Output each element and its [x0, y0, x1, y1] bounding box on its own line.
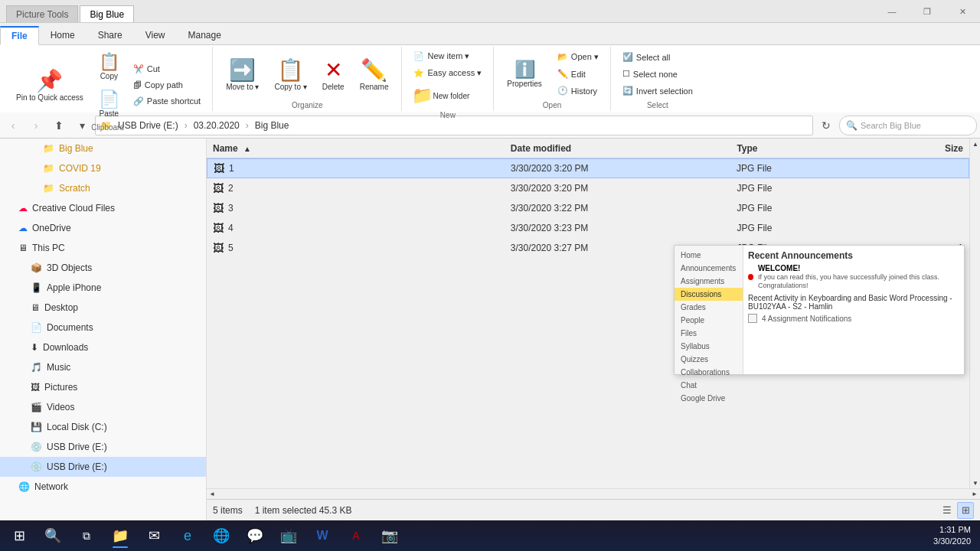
select-all-button[interactable]: ☑️ Select all [617, 50, 676, 65]
file-5-name[interactable]: 🖼 5 [207, 242, 505, 254]
list-view-button[interactable]: ☰ [939, 502, 956, 519]
copy-to-button[interactable]: 📋 Copy to ▾ [268, 51, 314, 98]
sidebar-item-thispc[interactable]: 🖥 This PC [0, 238, 206, 258]
copy-path-button[interactable]: 🗐 Copy path [128, 77, 206, 93]
task-view-button[interactable]: ⧉ [70, 522, 103, 549]
sidebar-item-onedrive[interactable]: ☁ OneDrive [0, 218, 206, 238]
column-type[interactable]: Type [730, 143, 885, 154]
sidebar-item-covid[interactable]: 📁 COVID 19 [0, 158, 206, 178]
popup-chat[interactable]: Chat [675, 379, 743, 392]
acrobat-button[interactable]: A [340, 522, 372, 549]
tab-view[interactable]: View [134, 26, 177, 44]
invert-selection-button[interactable]: 🔄 Invert selection [617, 83, 698, 99]
tv-button[interactable]: 📺 [273, 522, 305, 549]
camera-button[interactable]: 📷 [374, 522, 406, 549]
file-row-4[interactable]: 🖼 4 3/30/2020 3:23 PM JPG File [207, 218, 969, 238]
pin-to-quick-access-button[interactable]: 📌 Pin to Quick access [9, 61, 90, 109]
popup-discussions[interactable]: Discussions [675, 288, 743, 301]
column-date[interactable]: Date modified [505, 143, 731, 154]
popup-grades[interactable]: Grades [675, 301, 743, 314]
popup-announcements[interactable]: Announcements [675, 262, 743, 275]
explorer-button[interactable]: 📁 [104, 522, 136, 549]
sidebar-item-downloads[interactable]: ⬇ Downloads [0, 337, 206, 357]
edge-button[interactable]: e [172, 522, 204, 549]
sidebar-item-usb-e-2[interactable]: 💿 USB Drive (E:) [0, 457, 206, 477]
messenger-button[interactable]: 💬 [239, 522, 271, 549]
details-view-button[interactable]: ⊞ [957, 502, 974, 519]
sidebar-item-pictures[interactable]: 🖼 Pictures [0, 377, 206, 397]
maximize-button[interactable]: ❐ [910, 0, 945, 23]
sidebar-item-scratch[interactable]: 📁 Scratch [0, 178, 206, 198]
cut-button[interactable]: ✂️ Cut [128, 61, 206, 77]
file-4-name[interactable]: 🖼 4 [207, 222, 505, 234]
file-3-name[interactable]: 🖼 3 [207, 202, 505, 214]
popup-collaborations[interactable]: Collaborations [675, 366, 743, 379]
start-button[interactable]: ⊞ [3, 522, 35, 549]
scroll-right-arrow[interactable]: ► [969, 489, 980, 500]
tab-picture-tools[interactable]: Picture Tools [6, 5, 78, 22]
horizontal-scrollbar[interactable]: ◄ ► [207, 488, 980, 499]
file-2-name[interactable]: 🖼 2 [207, 182, 505, 194]
file-row-3[interactable]: 🖼 3 3/30/2020 3:22 PM JPG File [207, 198, 969, 218]
open-button[interactable]: 📂 Open ▾ [552, 50, 604, 65]
mail-button[interactable]: ✉ [138, 522, 170, 549]
popup-syllabus[interactable]: Syllabus [675, 340, 743, 353]
scroll-left-arrow[interactable]: ◄ [207, 489, 217, 500]
sidebar-item-bigblue[interactable]: 📁 Big Blue [0, 139, 206, 158]
sidebar-item-videos[interactable]: 🎬 Videos [0, 397, 206, 417]
sidebar-item-usb-e-1[interactable]: 💿 USB Drive (E:) [0, 437, 206, 457]
new-item-button[interactable]: 📄 New item ▾ [408, 48, 475, 64]
refresh-button[interactable]: ↻ [816, 116, 836, 135]
sidebar-item-documents[interactable]: 📄 Documents [0, 318, 206, 337]
tab-manage[interactable]: Manage [177, 26, 233, 44]
path-bigblue[interactable]: Big Blue [252, 119, 292, 132]
tab-file[interactable]: File [0, 26, 39, 45]
rename-button[interactable]: ✏️ Rename [353, 51, 396, 98]
h-scroll-track[interactable] [217, 489, 969, 499]
notification-checkbox[interactable] [748, 314, 757, 323]
delete-button[interactable]: ✕ Delete [315, 51, 351, 98]
search-button[interactable]: 🔍 [37, 522, 69, 549]
scroll-up-arrow[interactable]: ▲ [970, 139, 980, 149]
properties-button[interactable]: ℹ️ Properties [500, 51, 549, 98]
popup-quizzes[interactable]: Quizzes [675, 353, 743, 366]
chrome-button[interactable]: 🌐 [205, 522, 237, 549]
sidebar-item-creative-cloud[interactable]: ☁ Creative Cloud Files [0, 198, 206, 218]
file-row-2[interactable]: 🖼 2 3/30/2020 3:20 PM JPG File [207, 178, 969, 198]
edit-button[interactable]: ✏️ Edit [552, 67, 604, 82]
history-button[interactable]: 🕐 History [552, 83, 604, 99]
select-none-button[interactable]: ☐ Select none [617, 67, 683, 82]
scroll-track[interactable] [970, 149, 980, 478]
column-size[interactable]: Size [886, 143, 969, 154]
file-row-1[interactable]: 🖼 1 3/30/2020 3:20 PM JPG File [207, 158, 969, 178]
sidebar-item-desktop[interactable]: 🖥 Desktop [0, 298, 206, 318]
popup-files[interactable]: Files [675, 327, 743, 340]
popup-assignments[interactable]: Assignments [675, 275, 743, 288]
search-box[interactable]: 🔍 Search Big Blue [839, 116, 977, 135]
minimize-button[interactable]: — [874, 0, 910, 23]
popup-google-drive[interactable]: Google Drive [675, 392, 743, 405]
sidebar-item-apple-iphone[interactable]: 📱 Apple iPhone [0, 278, 206, 298]
sidebar-scroll[interactable]: 📁 Big Blue 📁 COVID 19 📁 Scratch ☁ Creati… [0, 139, 206, 520]
file-1-name[interactable]: 🖼 1 [207, 162, 505, 174]
close-button[interactable]: ✕ [945, 0, 980, 23]
column-name[interactable]: Name ▲ [207, 143, 505, 154]
popup-people[interactable]: People [675, 314, 743, 327]
sidebar-item-3dobjects[interactable]: 📦 3D Objects [0, 258, 206, 278]
copy-button[interactable]: 📋 Copy [92, 48, 126, 84]
tab-big-blue[interactable]: Big Blue [80, 5, 134, 22]
word-button[interactable]: W [306, 522, 338, 549]
tab-share[interactable]: Share [87, 26, 134, 44]
sidebar-item-network[interactable]: 🌐 Network [0, 477, 206, 497]
easy-access-button[interactable]: ⭐ Easy access ▾ [408, 65, 487, 80]
vertical-scrollbar[interactable]: ▲ ▼ [969, 139, 980, 488]
popup-home[interactable]: Home [675, 249, 743, 262]
paste-shortcut-button[interactable]: 🔗 Paste shortcut [128, 93, 206, 109]
move-to-button[interactable]: ➡️ Move to ▾ [219, 51, 266, 98]
paste-button[interactable]: 📄 Paste [92, 86, 126, 122]
new-folder-button[interactable]: 📁 New folder [408, 82, 473, 109]
tab-home[interactable]: Home [39, 26, 87, 44]
sidebar-item-music[interactable]: 🎵 Music [0, 357, 206, 377]
scroll-down-arrow[interactable]: ▼ [970, 478, 980, 488]
sidebar-item-local-disk[interactable]: 💾 Local Disk (C:) [0, 417, 206, 437]
